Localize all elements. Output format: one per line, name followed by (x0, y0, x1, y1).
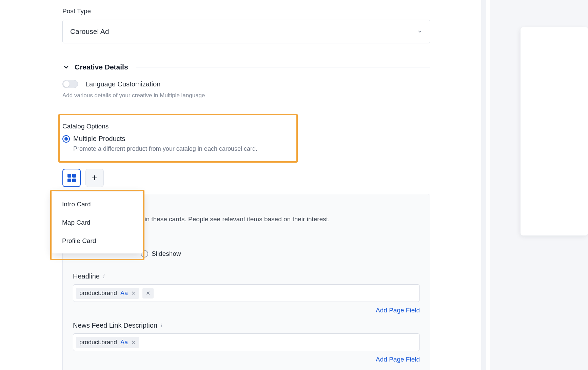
aa-icon[interactable]: Aa (120, 339, 128, 346)
newsfeed-label: News Feed Link Description (73, 322, 157, 329)
post-type-value: Carousel Ad (70, 27, 109, 36)
card-type-menu: Intro Card Map Card Profile Card (52, 192, 143, 253)
slideshow-label: Slideshow (152, 250, 181, 258)
headline-label: Headline (73, 272, 100, 280)
newsfeed-add-page-field[interactable]: Add Page Field (73, 356, 420, 363)
radio-icon (62, 135, 70, 143)
headline-input[interactable]: product.brand Aa ✕ ✕ (73, 284, 420, 302)
info-icon[interactable]: i (161, 322, 162, 329)
grid-view-button[interactable] (62, 169, 81, 187)
preview-card (521, 27, 588, 235)
menu-item-map-card[interactable]: Map Card (52, 213, 143, 232)
close-icon[interactable]: ✕ (131, 339, 136, 346)
language-customization-toggle[interactable] (62, 80, 78, 88)
newsfeed-chip[interactable]: product.brand Aa ✕ (76, 337, 139, 348)
grid-icon (67, 174, 76, 182)
divider (136, 67, 430, 67)
language-customization-hint: Add various details of your creative in … (62, 92, 430, 99)
radio-description: Promote a different product from your ca… (73, 145, 430, 152)
post-type-label: Post Type (62, 7, 430, 15)
chip-text: product.brand (79, 339, 117, 346)
chevron-down-icon (417, 29, 423, 34)
menu-item-intro-card[interactable]: Intro Card (52, 195, 143, 213)
main-content: Post Type Carousel Ad Creative Details L… (62, 7, 430, 370)
radio-label: Multiple Products (73, 135, 125, 143)
menu-item-profile-card[interactable]: Profile Card (52, 232, 143, 250)
close-icon[interactable]: ✕ (131, 290, 136, 296)
catalog-options-title: Catalog Options (62, 123, 430, 130)
headline-extra-chip[interactable]: ✕ (142, 288, 154, 299)
multiple-products-radio[interactable]: Multiple Products (62, 135, 430, 143)
newsfeed-input[interactable]: product.brand Aa ✕ (73, 333, 420, 351)
toggle-knob (63, 81, 70, 87)
creative-details-header[interactable]: Creative Details (62, 63, 430, 71)
chevron-down-icon (62, 63, 70, 71)
close-icon[interactable]: ✕ (146, 290, 150, 296)
plus-icon: + (92, 173, 98, 183)
chip-text: product.brand (79, 290, 117, 297)
post-type-select[interactable]: Carousel Ad (62, 20, 430, 43)
section-title: Creative Details (75, 63, 128, 71)
add-card-button[interactable]: + (85, 169, 104, 187)
headline-chip[interactable]: product.brand Aa ✕ (76, 288, 139, 299)
slideshow-radio[interactable]: Slideshow (141, 250, 181, 258)
language-customization-label: Language Customization (85, 80, 160, 88)
info-icon[interactable]: i (103, 273, 105, 280)
aa-icon[interactable]: Aa (120, 290, 128, 297)
right-column-divider (481, 0, 486, 370)
headline-add-page-field[interactable]: Add Page Field (73, 307, 420, 314)
